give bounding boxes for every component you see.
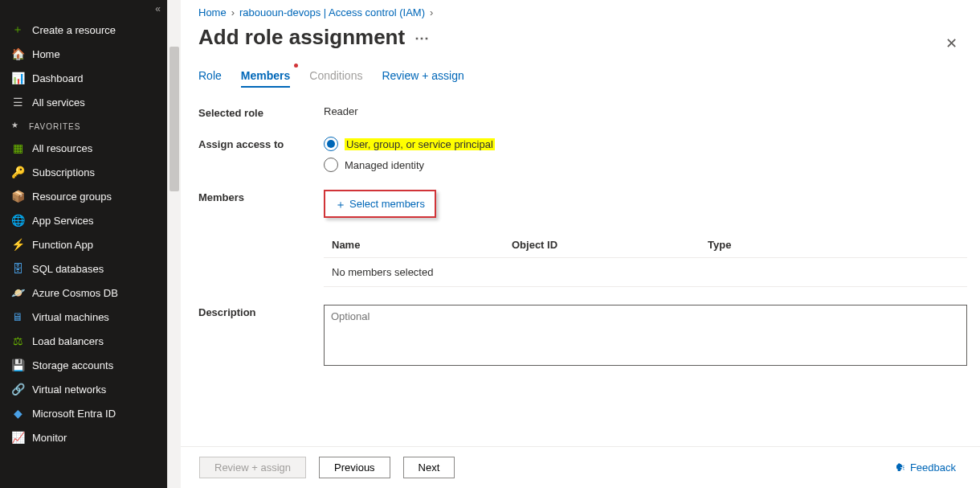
select-members-highlight: ＋ Select members: [324, 190, 436, 218]
sidebar-item-label: Virtual machines: [32, 311, 109, 323]
page-title: Add role assignment ⋯: [198, 22, 429, 64]
create-resource-icon: ＋: [11, 23, 24, 36]
radio-user-group-or-service-principal[interactable]: User, group, or service principal: [324, 137, 967, 151]
sidebar-item-label: Monitor: [32, 432, 67, 444]
plus-icon: ＋: [335, 199, 346, 210]
function-app-icon: ⚡: [11, 238, 24, 251]
subscriptions-icon: 🔑: [11, 166, 24, 178]
sidebar-item-label: Azure Cosmos DB: [32, 287, 118, 299]
home-icon: 🏠: [11, 47, 24, 60]
virtual-networks-icon: 🔗: [11, 383, 24, 396]
radio-icon: [324, 158, 338, 172]
breadcrumb-resource[interactable]: rabououn-devops | Access control (IAM): [239, 6, 425, 18]
description-input[interactable]: [324, 305, 967, 366]
main: Home › rabououn-devops | Access control …: [167, 0, 980, 488]
sidebar-item-create-resource[interactable]: ＋Create a resource: [0, 18, 167, 42]
select-members-label: Select members: [349, 198, 425, 210]
dashboard-icon: 📊: [11, 72, 24, 84]
radio-icon: [324, 137, 338, 151]
footer: Review + assign Previous Next 🗣 Feedback: [167, 446, 980, 488]
resource-groups-icon: 📦: [11, 190, 24, 203]
sidebar-item-subscriptions[interactable]: 🔑Subscriptions: [0, 160, 167, 184]
sidebar-item-entra-id[interactable]: ◆Microsoft Entra ID: [0, 401, 167, 425]
app-services-icon: 🌐: [11, 214, 24, 227]
next-button[interactable]: Next: [403, 457, 455, 478]
tab-members[interactable]: Members: [241, 64, 290, 87]
more-icon[interactable]: ⋯: [414, 29, 429, 47]
entra-id-icon: ◆: [11, 407, 24, 420]
sidebar-collapse-icon[interactable]: «: [155, 3, 161, 14]
tab-role[interactable]: Role: [198, 64, 222, 87]
star-icon: ★: [11, 121, 19, 129]
tabs: RoleMembersConditionsReview + assign: [198, 64, 967, 88]
radio-label: User, group, or service principal: [345, 138, 495, 150]
col-name: Name: [332, 239, 492, 251]
sidebar-item-label: All services: [32, 96, 85, 109]
sidebar-item-storage-accounts[interactable]: 💾Storage accounts: [0, 353, 167, 377]
sidebar-item-label: Resource groups: [32, 191, 112, 203]
sidebar-item-label: Storage accounts: [32, 359, 113, 371]
sql-databases-icon: 🗄: [11, 262, 24, 275]
sidebar-item-load-balancers[interactable]: ⚖Load balancers: [0, 329, 167, 353]
selected-role-value: Reader: [324, 105, 967, 119]
scrollbar-thumb[interactable]: [169, 47, 179, 191]
previous-button[interactable]: Previous: [319, 457, 390, 478]
members-label: Members: [198, 190, 324, 287]
review-assign-button: Review + assign: [199, 457, 306, 478]
feedback-icon: 🗣: [895, 461, 905, 474]
virtual-machines-icon: 🖥: [11, 310, 24, 323]
sidebar-item-app-services[interactable]: 🌐App Services: [0, 208, 167, 232]
storage-accounts-icon: 💾: [11, 359, 24, 371]
sidebar-item-label: SQL databases: [32, 263, 104, 275]
chevron-right-icon: ›: [430, 6, 433, 18]
breadcrumb: Home › rabououn-devops | Access control …: [198, 6, 967, 22]
sidebar-item-all-services[interactable]: ☰All services: [0, 90, 167, 114]
sidebar-item-function-app[interactable]: ⚡Function App: [0, 232, 167, 256]
sidebar-item-home[interactable]: 🏠Home: [0, 42, 167, 66]
close-icon[interactable]: ✕: [941, 30, 962, 57]
radio-label: Managed identity: [345, 159, 424, 171]
sidebar-item-virtual-machines[interactable]: 🖥Virtual machines: [0, 305, 167, 329]
sidebar-item-label: Function App: [32, 239, 93, 251]
sidebar-item-monitor[interactable]: 📈Monitor: [0, 425, 167, 449]
selected-role-label: Selected role: [198, 105, 324, 119]
members-empty: No members selected: [324, 258, 967, 287]
page-title-text: Add role assignment: [198, 25, 405, 50]
all-services-icon: ☰: [11, 96, 24, 109]
radio-managed-identity[interactable]: Managed identity: [324, 158, 967, 172]
load-balancers-icon: ⚖: [11, 334, 24, 347]
sidebar-item-label: Create a resource: [32, 24, 116, 36]
all-resources-icon: ▦: [11, 141, 24, 154]
description-label: Description: [198, 305, 324, 368]
sidebar-item-label: Microsoft Entra ID: [32, 408, 116, 420]
monitor-icon: 📈: [11, 431, 24, 444]
sidebar-item-virtual-networks[interactable]: 🔗Virtual networks: [0, 377, 167, 401]
chevron-right-icon: ›: [231, 6, 235, 18]
sidebar: « ＋Create a resource🏠Home📊Dashboard☰All …: [0, 0, 167, 488]
favorites-header-label: FAVORITES: [29, 122, 80, 131]
breadcrumb-home[interactable]: Home: [198, 6, 227, 18]
scrollbar[interactable]: [167, 0, 181, 488]
members-table: Name Object ID Type No members selected: [324, 232, 967, 287]
sidebar-item-label: Subscriptions: [32, 166, 95, 178]
tab-changed-indicator: [294, 64, 298, 68]
cosmos-db-icon: 🪐: [11, 286, 24, 299]
feedback-link[interactable]: 🗣 Feedback: [895, 461, 964, 474]
sidebar-item-cosmos-db[interactable]: 🪐Azure Cosmos DB: [0, 281, 167, 305]
sidebar-item-resource-groups[interactable]: 📦Resource groups: [0, 184, 167, 208]
select-members-link[interactable]: ＋ Select members: [335, 198, 425, 210]
sidebar-item-dashboard[interactable]: 📊Dashboard: [0, 66, 167, 90]
tab-conditions: Conditions: [309, 64, 362, 87]
assign-access-label: Assign access to: [198, 137, 324, 172]
sidebar-item-sql-databases[interactable]: 🗄SQL databases: [0, 256, 167, 281]
sidebar-item-label: Home: [32, 48, 60, 60]
tab-review-assign[interactable]: Review + assign: [382, 64, 463, 87]
col-object-id: Object ID: [512, 239, 688, 251]
sidebar-item-label: Load balancers: [32, 335, 104, 347]
sidebar-item-label: Dashboard: [32, 72, 84, 84]
sidebar-item-label: Virtual networks: [32, 383, 106, 396]
sidebar-item-all-resources[interactable]: ▦All resources: [0, 136, 167, 160]
feedback-label: Feedback: [910, 461, 956, 474]
sidebar-item-label: App Services: [32, 215, 94, 227]
assign-access-radio-group: User, group, or service principalManaged…: [324, 137, 967, 172]
